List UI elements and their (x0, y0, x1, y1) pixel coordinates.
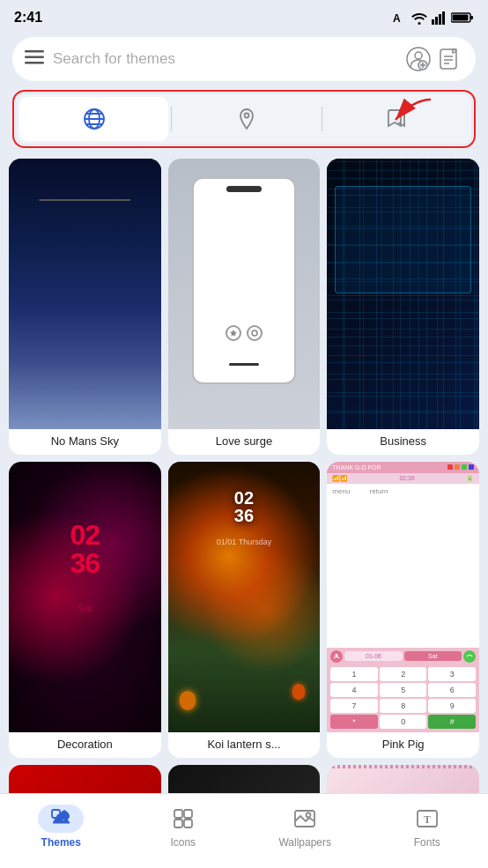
status-icons: A (391, 10, 474, 26)
nav-label-fonts: Fonts (414, 836, 440, 849)
nav-label-icons: Icons (170, 836, 196, 849)
theme-label-koi-lantern: Koi lantern s... (168, 732, 321, 758)
svg-rect-7 (453, 15, 469, 21)
theme-card-business[interactable]: Business (327, 159, 479, 455)
theme-card-pink-pig[interactable]: THANK G-D FOR 📶📶 02:36 🔋 menu return (327, 462, 479, 758)
svg-rect-1 (432, 19, 434, 25)
filter-tab-bookmarks[interactable] (322, 97, 471, 141)
theme-grid: No Mans Sky Love surge (0, 159, 488, 758)
theme-thumb-business (327, 159, 479, 429)
svg-text:T: T (424, 813, 431, 826)
filter-tabs-wrapper (12, 90, 476, 148)
signal-icon (432, 11, 447, 25)
font-a-icon: A (391, 10, 407, 26)
nav-item-themes[interactable]: Themes (30, 805, 92, 849)
svg-rect-8 (25, 50, 44, 53)
bottom-nav: Themes Icons Wallpapers (0, 793, 488, 868)
svg-rect-3 (439, 14, 441, 25)
theme-label-love-surge: Love surge (168, 429, 321, 455)
svg-point-28 (252, 330, 257, 336)
svg-text:A: A (393, 12, 401, 25)
hamburger-icon[interactable] (25, 50, 44, 68)
nav-item-wallpapers[interactable]: Wallpapers (274, 805, 336, 849)
svg-rect-32 (184, 810, 192, 818)
theme-card-decoration[interactable]: 0236 Sat Decoration (9, 462, 161, 758)
search-bar[interactable]: Search for themes (12, 37, 476, 81)
svg-rect-2 (435, 17, 438, 25)
fonts-icon: T (416, 807, 439, 830)
nav-label-themes: Themes (41, 836, 81, 849)
filter-tab-global[interactable] (19, 97, 168, 141)
svg-point-27 (244, 114, 248, 118)
theme-card-love-surge[interactable]: Love surge (168, 159, 321, 455)
themes-icon (49, 807, 72, 830)
notification-icon[interactable] (437, 46, 463, 72)
theme-thumb-no-mans-sky (9, 159, 161, 429)
search-placeholder: Search for themes (53, 50, 396, 68)
wallpapers-icon (293, 807, 316, 830)
theme-card-koi-lantern[interactable]: 0236 01/01 Thursday Koi lantern s... (168, 462, 321, 758)
battery-icon (451, 11, 474, 24)
svg-rect-10 (25, 62, 44, 64)
nav-item-fonts[interactable]: T Fonts (396, 805, 458, 849)
theme-thumb-decoration: 0236 Sat (9, 462, 161, 732)
location-icon (236, 108, 257, 130)
svg-rect-34 (184, 820, 192, 827)
icons-nav-icon (172, 807, 195, 830)
nav-icon-fonts-wrap: T (404, 805, 450, 833)
svg-point-36 (307, 813, 311, 818)
status-bar: 2:41 A (0, 0, 488, 32)
wifi-icon (410, 11, 428, 25)
globe-icon (83, 108, 106, 130)
status-time: 2:41 (14, 10, 42, 26)
filter-tab-local[interactable] (172, 97, 321, 141)
filter-tabs (17, 94, 471, 144)
svg-rect-6 (470, 16, 473, 19)
profile-icon[interactable] (405, 46, 432, 72)
nav-icon-icons-wrap (160, 805, 206, 833)
nav-item-icons[interactable]: Icons (152, 805, 214, 849)
search-bar-container: Search for themes (0, 32, 488, 90)
svg-point-29 (336, 654, 338, 657)
theme-thumb-pink-pig: THANK G-D FOR 📶📶 02:36 🔋 menu return (327, 462, 479, 732)
svg-rect-4 (442, 11, 445, 25)
theme-card-no-mans-sky[interactable]: No Mans Sky (9, 159, 161, 455)
nav-icon-themes-wrap (38, 805, 84, 833)
bookmark-icon (386, 108, 407, 130)
nav-label-wallpapers: Wallpapers (278, 836, 331, 849)
svg-rect-9 (25, 56, 44, 59)
theme-label-decoration: Decoration (9, 732, 161, 758)
theme-thumb-love-surge (168, 159, 321, 429)
nav-icon-wallpapers-wrap (282, 805, 328, 833)
theme-label-no-mans-sky: No Mans Sky (9, 429, 161, 455)
svg-point-12 (415, 52, 422, 59)
search-actions (405, 46, 463, 72)
theme-thumb-koi-lantern: 0236 01/01 Thursday (168, 462, 321, 732)
theme-label-pink-pig: Pink Pig (327, 732, 479, 758)
svg-rect-31 (174, 810, 182, 818)
svg-rect-33 (174, 820, 182, 827)
theme-label-business: Business (327, 429, 479, 455)
